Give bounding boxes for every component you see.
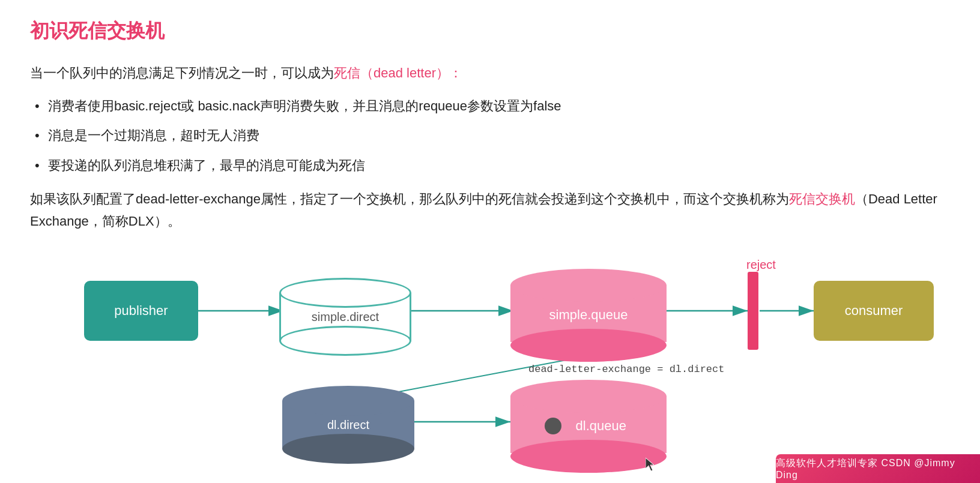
summary-before: 如果该队列配置了dead-letter-exchange属性，指定了一个交换机，…	[30, 191, 789, 206]
publisher-box: publisher	[84, 281, 198, 341]
watermark-text: 高级软件人才培训专家 CSDN @Jimmy Ding	[776, 457, 980, 481]
dl-queue-dot	[545, 418, 561, 434]
summary-highlight: 死信交换机	[789, 191, 855, 206]
svg-marker-8	[646, 458, 654, 471]
cursor	[646, 458, 656, 469]
bullet-item-2: 消息是一个过期消息，超时无人消费	[30, 125, 950, 146]
reject-bar	[748, 272, 758, 350]
bullet-list: 消费者使用basic.reject或 basic.nack声明消费失败，并且消息…	[30, 95, 950, 176]
simple-direct-cylinder: simple.direct	[279, 278, 411, 356]
consumer-label: consumer	[845, 303, 903, 319]
dl-queue-label: dl.queue	[576, 418, 626, 434]
consumer-box: consumer	[814, 281, 934, 341]
publisher-label: publisher	[114, 303, 168, 319]
dead-letter-text: dead-letter-exchange = dl.direct	[528, 364, 724, 375]
intro-text-before: 当一个队列中的消息满足下列情况之一时，可以成为	[30, 65, 334, 80]
reject-label: reject	[746, 258, 776, 272]
dl-queue-cylinder: dl.queue	[510, 380, 667, 473]
page-title: 初识死信交换机	[30, 18, 950, 44]
diagram: publisher simple.direct simple.queue rej…	[30, 251, 950, 467]
intro-highlight: 死信（dead letter）：	[334, 65, 462, 80]
bullet-item-3: 要投递的队列消息堆积满了，最早的消息可能成为死信	[30, 155, 950, 176]
summary-paragraph: 如果该队列配置了dead-letter-exchange属性，指定了一个交换机，…	[30, 188, 950, 233]
simple-direct-label: simple.direct	[312, 310, 379, 323]
watermark: 高级软件人才培训专家 CSDN @Jimmy Ding	[776, 454, 980, 483]
simple-queue-cylinder: simple.queue	[510, 269, 667, 362]
simple-queue-label: simple.queue	[549, 307, 628, 323]
dl-direct-label: dl.direct	[327, 418, 369, 431]
dl-direct-cylinder: dl.direct	[282, 386, 414, 464]
bullet-item-1: 消费者使用basic.reject或 basic.nack声明消费失败，并且消息…	[30, 95, 950, 116]
intro-paragraph: 当一个队列中的消息满足下列情况之一时，可以成为死信（dead letter）：	[30, 62, 950, 83]
